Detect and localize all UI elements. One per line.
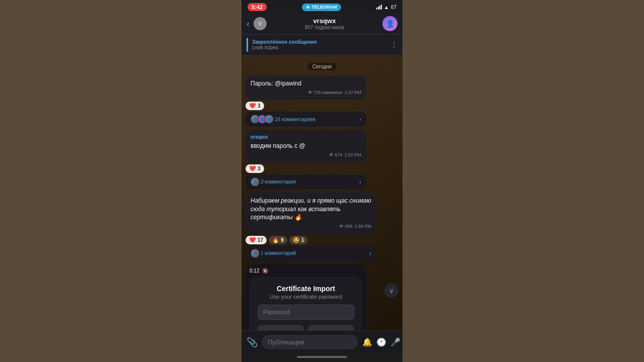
message-text-1: Пароль: @ipawind [251, 79, 361, 88]
comments-chevron-2: › [359, 178, 361, 186]
wifi-icon: ▲ [384, 5, 389, 10]
channel-avatar-small: V [254, 17, 267, 30]
message-bubble-1: Пароль: @ipawind 👁 725 изменено 1:37 PM [246, 75, 366, 100]
scroll-down-button[interactable]: ∨ [384, 284, 398, 298]
cert-dialog-buttons: Cancel Import [258, 325, 354, 330]
notification-icon[interactable]: 🔔 [362, 337, 372, 347]
sender-2: vrsqwx [251, 134, 361, 141]
date-divider: Сегодня [246, 61, 398, 70]
message-text-2: вводим пароль с @ [251, 142, 361, 150]
message-bubble-3: Набираем реакции, и я прямо щас снимаю с… [246, 193, 376, 234]
battery-level: 67 [391, 5, 396, 10]
views-2: 👁 674 [329, 152, 342, 158]
pinned-line-indicator [247, 38, 248, 52]
reaction-heart-2[interactable]: ❤️ 3 [246, 164, 264, 173]
signal-bars [376, 5, 382, 10]
chevron-down-icon: ∨ [389, 287, 394, 295]
avatar[interactable]: 👤 [382, 16, 397, 31]
comments-chevron-3: › [369, 250, 371, 257]
message-3: Набираем реакции, и я прямо щас снимаю с… [246, 193, 376, 261]
home-indicator [242, 353, 403, 362]
video-duration: 0:12 [250, 268, 259, 274]
message-meta-2: 👁 674 1:52 PM [251, 152, 361, 158]
message-meta-1: 👁 725 изменено 1:37 PM [251, 89, 361, 96]
pinned-subtitle: слив порно [252, 45, 390, 50]
subscriber-count: 807 подписчиков [271, 25, 378, 30]
input-icons: 🔔 🕐 🎤 [362, 337, 400, 347]
telegram-badge: ✈ TELEGRAM [302, 4, 341, 11]
comments-bar-3[interactable]: 👤 1 комментарий › [246, 246, 376, 261]
reaction-fire-3[interactable]: 🔥 9 [269, 236, 287, 244]
import-button[interactable]: Import [308, 325, 354, 330]
comments-text-3: 1 комментарий [261, 250, 369, 256]
time-1: 1:37 PM [344, 89, 361, 96]
microphone-icon[interactable]: 🎤 [390, 337, 400, 347]
message-meta-3: 👁 658 1:58 PM [251, 223, 371, 230]
pinned-menu-icon[interactable]: ⋮ [390, 41, 397, 49]
comments-bar-1[interactable]: 👤 👤 👤 16 комментариев › [246, 112, 366, 127]
status-right: ▲ 67 [376, 5, 396, 10]
cert-dialog-title: Certificate Import [258, 285, 354, 293]
cert-dialog-subtitle: Use your certificate password [258, 294, 354, 300]
views-1: 👁 725 изменено [308, 89, 343, 96]
message-1: Пароль: @ipawind 👁 725 изменено 1:37 PM … [246, 75, 366, 127]
reaction-heart-3[interactable]: ❤️ 17 [246, 236, 267, 244]
reactions-3: ❤️ 17 🔥 9 🤩 1 [246, 236, 376, 244]
cert-dialog: Certificate Import Use your certificate … [250, 277, 362, 330]
comment-avatars-1: 👤 👤 👤 [251, 115, 272, 124]
message-bubble-2: vrsqwx вводим пароль с @ 👁 674 1:52 PM [246, 130, 366, 162]
reaction-heart-1[interactable]: ❤️ 3 [246, 102, 264, 110]
telegram-icon: ✈ [306, 5, 310, 10]
attach-button[interactable]: 📎 [247, 337, 258, 348]
comment-avatar-e: 👤 [251, 249, 260, 258]
chat-scroll[interactable]: Сегодня Пароль: @ipawind 👁 725 изменено … [242, 55, 403, 330]
time-2: 1:52 PM [344, 152, 361, 158]
video-message: 0:12 🔇 Certificate Import Use your certi… [246, 264, 366, 330]
back-button[interactable]: ‹ [247, 19, 250, 29]
comment-avatars-3: 👤 [251, 249, 258, 258]
reactions-2: ❤️ 3 [246, 164, 366, 173]
home-bar [297, 356, 347, 358]
comments-chevron-1: › [359, 116, 361, 123]
channel-name: vrsqwx [271, 17, 378, 25]
views-3: 👁 658 [339, 223, 352, 230]
message-text-3: Набираем реакции, и я прямо щас снимаю с… [251, 197, 371, 222]
pinned-message-bar[interactable]: Закреплённое сообщение слив порно ⋮ [242, 35, 403, 55]
mute-icon: 🔇 [262, 268, 268, 274]
time-3: 1:58 PM [354, 223, 371, 230]
reaction-star-3[interactable]: 🤩 1 [289, 236, 308, 244]
phone-screen: 5:42 ✈ TELEGRAM ▲ 67 ‹ V vrsqwx 807 подп… [242, 0, 403, 362]
comment-avatar-c: 👤 [265, 115, 274, 124]
input-bar: 📎 🔔 🕐 🎤 [242, 330, 403, 353]
comment-avatar-d: 👤 [251, 177, 260, 187]
message-input[interactable] [262, 335, 358, 349]
date-badge: Сегодня [307, 63, 337, 70]
comments-bar-2[interactable]: 👤 3 комментария › [246, 174, 366, 190]
chat-area: Сегодня Пароль: @ipawind 👁 725 изменено … [242, 55, 403, 330]
comments-text-2: 3 комментария [261, 179, 359, 185]
pinned-title: Закреплённое сообщение [252, 39, 390, 45]
pinned-text: Закреплённое сообщение слив порно [252, 39, 390, 50]
cancel-button[interactable]: Cancel [258, 325, 304, 330]
header-info[interactable]: vrsqwx 807 подписчиков [271, 17, 378, 30]
telegram-label: TELEGRAM [311, 5, 337, 10]
status-bar: 5:42 ✈ TELEGRAM ▲ 67 [242, 0, 403, 13]
chat-header: ‹ V vrsqwx 807 подписчиков 👤 [242, 13, 403, 35]
comment-avatars-2: 👤 [251, 177, 258, 187]
reactions-1: ❤️ 3 [246, 102, 366, 110]
status-time: 5:42 [248, 3, 267, 11]
comments-text-1: 16 комментариев [275, 117, 359, 122]
clock-icon[interactable]: 🕐 [376, 337, 386, 347]
message-2: vrsqwx вводим пароль с @ 👁 674 1:52 PM ❤… [246, 130, 366, 189]
password-input[interactable] [258, 305, 354, 320]
